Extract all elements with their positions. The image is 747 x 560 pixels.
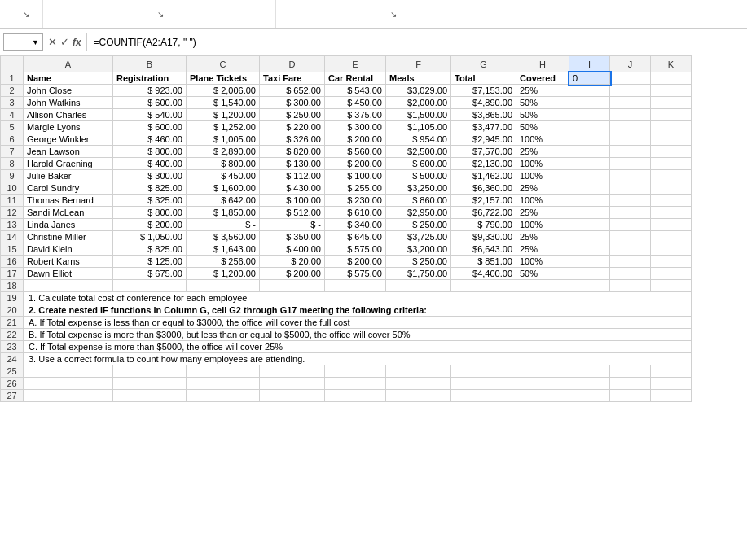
cell-a3[interactable]: John Watkins [24, 97, 113, 109]
cell-k4[interactable] [651, 109, 692, 121]
cell-c6[interactable]: $ 1,005.00 [187, 133, 260, 146]
cell-f16[interactable]: $ 250.00 [386, 256, 451, 268]
cell-b16[interactable]: $ 125.00 [113, 256, 187, 268]
cell-k3[interactable] [651, 97, 692, 109]
cell-a5[interactable]: Margie Lyons [24, 121, 113, 133]
cell-i17[interactable] [569, 268, 610, 280]
cell-a7[interactable]: Jean Lawson [24, 146, 113, 158]
cell-d17[interactable]: $ 200.00 [260, 268, 325, 280]
cell-c15[interactable]: $ 1,643.00 [187, 243, 260, 256]
col-header-c[interactable]: C [187, 56, 260, 72]
cell-a11[interactable]: Thomas Bernard [24, 195, 113, 207]
header-plane[interactable]: Plane Tickets [187, 72, 260, 85]
header-name[interactable]: Name [24, 72, 113, 85]
cell-b15[interactable]: $ 825.00 [113, 243, 187, 256]
cell-f9[interactable]: $ 500.00 [386, 170, 451, 182]
cell-j1[interactable] [610, 72, 651, 85]
col-header-b[interactable]: B [113, 56, 187, 72]
cell-f17[interactable]: $1,750.00 [386, 268, 451, 280]
confirm-icon[interactable]: ✓ [60, 36, 69, 48]
cell-f15[interactable]: $3,200.00 [386, 243, 451, 256]
cell-k12[interactable] [651, 207, 692, 219]
col-header-a[interactable]: A [24, 56, 113, 72]
cell-g6[interactable]: $2,945.00 [451, 133, 516, 146]
cell-h16[interactable]: 100% [516, 256, 569, 268]
cell-j4[interactable] [610, 109, 651, 121]
cell-c7[interactable]: $ 2,890.00 [187, 146, 260, 158]
cell-h8[interactable]: 100% [516, 158, 569, 170]
cell-g8[interactable]: $2,130.00 [451, 158, 516, 170]
cell-d15[interactable]: $ 400.00 [260, 243, 325, 256]
cell-f13[interactable]: $ 250.00 [386, 219, 451, 231]
cell-g17[interactable]: $4,400.00 [451, 268, 516, 280]
cell-a16[interactable]: Robert Karns [24, 256, 113, 268]
cell-d2[interactable]: $ 652.00 [260, 85, 325, 97]
cell-j13[interactable] [610, 219, 651, 231]
cell-j14[interactable] [610, 231, 651, 243]
cell-k1[interactable] [651, 72, 692, 85]
cell-d6[interactable]: $ 326.00 [260, 133, 325, 146]
cell-g12[interactable]: $6,722.00 [451, 207, 516, 219]
cell-i8[interactable] [569, 158, 610, 170]
cell-d11[interactable]: $ 100.00 [260, 195, 325, 207]
cell-e17[interactable]: $ 575.00 [325, 268, 386, 280]
cell-k5[interactable] [651, 121, 692, 133]
cell-h5[interactable]: 50% [516, 121, 569, 133]
cell-a8[interactable]: Harold Graening [24, 158, 113, 170]
cell-e2[interactable]: $ 543.00 [325, 85, 386, 97]
cell-e10[interactable]: $ 255.00 [325, 182, 386, 195]
col-header-d[interactable]: D [260, 56, 325, 72]
cell-e6[interactable]: $ 200.00 [325, 133, 386, 146]
cell-d12[interactable]: $ 512.00 [260, 207, 325, 219]
fx-icon[interactable]: fx [73, 37, 81, 48]
cell-c12[interactable]: $ 1,850.00 [187, 207, 260, 219]
header-total[interactable]: Total [451, 72, 516, 85]
cell-h6[interactable]: 100% [516, 133, 569, 146]
cell-i6[interactable] [569, 133, 610, 146]
cell-a4[interactable]: Allison Charles [24, 109, 113, 121]
cell-i14[interactable] [569, 231, 610, 243]
cell-h12[interactable]: 25% [516, 207, 569, 219]
cell-b9[interactable]: $ 300.00 [113, 170, 187, 182]
cell-h15[interactable]: 25% [516, 243, 569, 256]
cell-b11[interactable]: $ 325.00 [113, 195, 187, 207]
cell-a14[interactable]: Christine Miller [24, 231, 113, 243]
cell-g2[interactable]: $7,153.00 [451, 85, 516, 97]
cell-j15[interactable] [610, 243, 651, 256]
cell-f12[interactable]: $2,950.00 [386, 207, 451, 219]
cell-e9[interactable]: $ 100.00 [325, 170, 386, 182]
cell-k11[interactable] [651, 195, 692, 207]
cell-e5[interactable]: $ 300.00 [325, 121, 386, 133]
cell-b5[interactable]: $ 600.00 [113, 121, 187, 133]
cancel-icon[interactable]: ✕ [48, 36, 57, 48]
cell-i15[interactable] [569, 243, 610, 256]
cell-j17[interactable] [610, 268, 651, 280]
cell-g16[interactable]: $ 851.00 [451, 256, 516, 268]
header-car[interactable]: Car Rental [325, 72, 386, 85]
cell-c16[interactable]: $ 256.00 [187, 256, 260, 268]
cell-d4[interactable]: $ 250.00 [260, 109, 325, 121]
cell-c8[interactable]: $ 800.00 [187, 158, 260, 170]
cell-k15[interactable] [651, 243, 692, 256]
cell-d16[interactable]: $ 20.00 [260, 256, 325, 268]
cell-g10[interactable]: $6,360.00 [451, 182, 516, 195]
col-header-g[interactable]: G [451, 56, 516, 72]
cell-i2[interactable] [569, 85, 610, 97]
cell-f2[interactable]: $3,029.00 [386, 85, 451, 97]
cell-c11[interactable]: $ 642.00 [187, 195, 260, 207]
col-header-i[interactable]: I [569, 56, 610, 72]
cell-k7[interactable] [651, 146, 692, 158]
cell-f11[interactable]: $ 860.00 [386, 195, 451, 207]
cell-c9[interactable]: $ 450.00 [187, 170, 260, 182]
header-meals[interactable]: Meals [386, 72, 451, 85]
cell-e11[interactable]: $ 230.00 [325, 195, 386, 207]
col-header-h[interactable]: H [516, 56, 569, 72]
cell-b7[interactable]: $ 800.00 [113, 146, 187, 158]
cell-j3[interactable] [610, 97, 651, 109]
cell-g11[interactable]: $2,157.00 [451, 195, 516, 207]
cell-g9[interactable]: $1,462.00 [451, 170, 516, 182]
cell-f3[interactable]: $2,000.00 [386, 97, 451, 109]
cell-d8[interactable]: $ 130.00 [260, 158, 325, 170]
cell-a18[interactable] [24, 280, 113, 292]
cell-j12[interactable] [610, 207, 651, 219]
